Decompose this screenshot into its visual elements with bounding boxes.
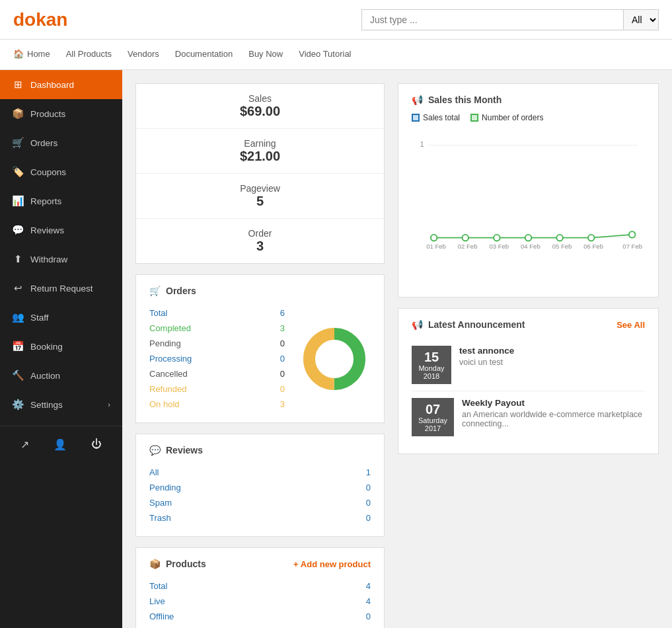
logo: dokan xyxy=(13,9,67,30)
sidebar-label-auction: Auction xyxy=(30,371,60,381)
chart-icon: 📢 xyxy=(412,95,423,105)
announcement-item-1: 07 Saturday 2017 Weekly Payout an Americ… xyxy=(412,391,645,443)
announce-weekday-1: Saturday xyxy=(418,416,447,424)
svg-text:05 Feb: 05 Feb xyxy=(552,243,572,250)
nav-video-tutorial[interactable]: Video Tutorial xyxy=(299,40,351,69)
layout: ⊞ Dashboard 📦 Products 🛒 Orders 🏷️ Coupo… xyxy=(0,70,672,628)
announce-weekday-0: Monday xyxy=(418,364,445,372)
staff-icon: 👥 xyxy=(12,311,24,323)
svg-text:06 Feb: 06 Feb xyxy=(583,243,603,250)
pageview-value: 5 xyxy=(149,194,371,209)
see-all-link[interactable]: See All xyxy=(616,320,645,330)
announce-name-0: test annonce xyxy=(459,346,645,356)
nav-all-products[interactable]: All Products xyxy=(66,40,112,69)
dashboard-icon: ⊞ xyxy=(12,79,24,91)
settings-arrow-icon: › xyxy=(108,401,110,409)
stat-sales: Sales $69.00 xyxy=(136,84,384,129)
external-link-icon[interactable]: ↗ xyxy=(14,434,36,455)
nav-vendors[interactable]: Vendors xyxy=(128,40,159,69)
search-select[interactable]: All xyxy=(623,9,659,30)
svg-point-2 xyxy=(317,342,352,376)
announce-name-1: Weekly Payout xyxy=(462,398,645,408)
sidebar-item-orders[interactable]: 🛒 Orders xyxy=(0,128,122,157)
sidebar-item-staff[interactable]: 👥 Staff xyxy=(0,303,122,332)
announce-year-1: 2017 xyxy=(418,424,447,432)
sidebar-label-products: Products xyxy=(30,109,65,119)
products-section-icon: 📦 xyxy=(149,559,161,569)
svg-text:07 Feb: 07 Feb xyxy=(622,243,642,250)
svg-text:1: 1 xyxy=(420,141,424,148)
sidebar-bottom: ↗ 👤 ⏻ xyxy=(0,426,122,463)
booking-icon: 📅 xyxy=(12,340,24,352)
order-row-onhold: On hold 3 xyxy=(149,397,285,412)
announce-icon: 📢 xyxy=(412,319,423,330)
add-product-link[interactable]: + Add new product xyxy=(293,559,371,569)
power-icon[interactable]: ⏻ xyxy=(85,434,108,455)
auction-icon: 🔨 xyxy=(12,370,24,381)
nav-home[interactable]: 🏠 Home xyxy=(13,40,50,69)
review-row-trash: Trash 0 xyxy=(149,510,371,526)
announcements-card: 📢 Latest Announcement See All 15 Monday … xyxy=(398,308,659,454)
sidebar-item-withdraw[interactable]: ⬆ Withdraw xyxy=(0,245,122,274)
stat-order: Order 3 xyxy=(136,219,384,263)
sidebar-label-coupons: Coupons xyxy=(30,167,66,177)
review-row-all: All 1 xyxy=(149,465,371,480)
announce-desc-0: voici un test xyxy=(459,358,645,367)
reviews-icon: 💬 xyxy=(12,224,24,236)
return-icon: ↩ xyxy=(12,282,24,294)
sidebar-item-dashboard[interactable]: ⊞ Dashboard xyxy=(0,70,122,99)
sidebar-item-settings[interactable]: ⚙️ Settings › xyxy=(0,390,122,419)
settings-icon: ⚙️ xyxy=(12,399,24,411)
sidebar-item-reports[interactable]: 📊 Reports xyxy=(0,186,122,216)
sidebar-label-dashboard: Dashboard xyxy=(30,80,74,90)
right-column: 📢 Sales this Month Sales total Number of… xyxy=(398,83,659,454)
announce-title: 📢 Latest Announcement See All xyxy=(412,319,645,330)
review-row-pending: Pending 0 xyxy=(149,480,371,495)
nav-documentation[interactable]: Documentation xyxy=(175,40,233,69)
legend-sales-dot xyxy=(412,114,420,122)
sidebar-label-orders: Orders xyxy=(30,138,57,148)
sidebar-label-withdraw: Withdraw xyxy=(30,255,67,264)
sidebar-label-reviews: Reviews xyxy=(30,225,64,235)
product-row-offline: Offline 0 xyxy=(149,609,371,624)
chart-area: 1 xyxy=(412,128,645,286)
chart-card: 📢 Sales this Month Sales total Number of… xyxy=(398,83,659,297)
orders-list: Total 6 Completed 3 Pending 0 Processi xyxy=(149,305,285,412)
svg-point-7 xyxy=(463,235,469,241)
svg-text:03 Feb: 03 Feb xyxy=(489,243,509,250)
search-input[interactable] xyxy=(361,9,623,30)
order-row-cancelled: Cancelled 0 xyxy=(149,366,285,381)
order-label: Order xyxy=(149,228,371,239)
chart-title: 📢 Sales this Month xyxy=(412,95,645,105)
stat-pageview: Pageview 5 xyxy=(136,174,384,219)
sidebar-item-return-request[interactable]: ↩ Return Request xyxy=(0,274,122,303)
svg-point-12 xyxy=(629,231,636,238)
reports-icon: 📊 xyxy=(12,195,24,207)
announce-desc-1: an American worldwide e-commerce marketp… xyxy=(462,410,645,428)
header: dokan All xyxy=(0,0,672,40)
svg-point-6 xyxy=(431,235,437,241)
withdraw-icon: ⬆ xyxy=(12,253,24,265)
search-wrap: All xyxy=(361,9,659,30)
orders-section: 🛒 Orders Total 6 Completed 3 xyxy=(135,274,385,423)
nav-buy-now[interactable]: Buy Now xyxy=(248,40,283,69)
stat-earning: Earning $21.00 xyxy=(136,129,384,174)
sidebar-item-reviews[interactable]: 💬 Reviews xyxy=(0,216,122,245)
nav-bar: 🏠 Home All Products Vendors Documentatio… xyxy=(0,40,672,70)
announce-date-0: 15 Monday 2018 xyxy=(412,346,451,384)
reviews-title: 💬 Reviews xyxy=(149,445,371,455)
order-value: 3 xyxy=(149,239,371,254)
svg-point-11 xyxy=(588,235,595,241)
order-row-processing: Processing 0 xyxy=(149,351,285,366)
sidebar-item-booking[interactable]: 📅 Booking xyxy=(0,332,122,361)
home-nav-icon: 🏠 xyxy=(13,49,24,59)
sidebar-item-auction[interactable]: 🔨 Auction xyxy=(0,361,122,390)
legend-orders: Number of orders xyxy=(470,113,543,122)
user-icon[interactable]: 👤 xyxy=(47,434,73,455)
legend-orders-dot xyxy=(470,114,478,122)
sidebar-item-products[interactable]: 📦 Products xyxy=(0,99,122,128)
earning-label: Earning xyxy=(149,138,371,149)
svg-text:01 Feb: 01 Feb xyxy=(426,243,446,250)
sidebar-item-coupons[interactable]: 🏷️ Coupons xyxy=(0,157,122,186)
sidebar-label-settings: Settings xyxy=(30,400,63,410)
